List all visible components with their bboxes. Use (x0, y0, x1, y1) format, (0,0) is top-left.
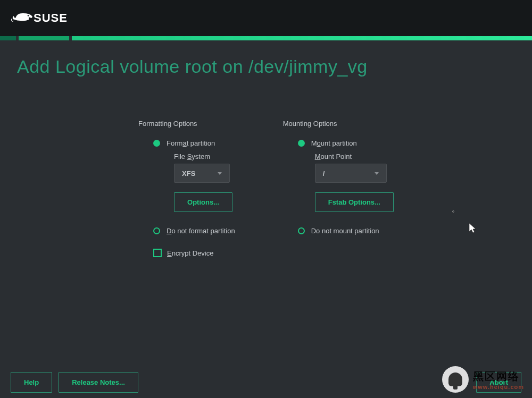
file-system-dropdown[interactable]: XFS (174, 164, 230, 183)
watermark-logo-icon (442, 366, 469, 393)
checkbox-icon (153, 249, 162, 257)
footer-left: Help Release Notes... (11, 372, 138, 393)
main-content: Add Logical volume root on /dev/jimmy_vg… (0, 40, 532, 268)
radio-unselected-icon (153, 227, 160, 234)
format-partition-label: Format partition (167, 139, 215, 147)
suse-logo: SUSE (11, 10, 68, 26)
radio-mount-partition[interactable]: Mount partition (298, 139, 357, 147)
mount-partition-label: Mount partition (311, 139, 357, 147)
decorative-dot (452, 210, 454, 213)
chameleon-icon (11, 10, 35, 26)
svg-point-0 (28, 15, 29, 16)
file-system-value: XFS (182, 170, 195, 177)
radio-unselected-icon (298, 227, 305, 234)
encrypt-device-label: Encrypt Device (167, 249, 213, 257)
formatting-section-label: Formatting Options (138, 120, 197, 128)
mount-point-value: / (323, 170, 325, 177)
radio-do-not-format[interactable]: Do not format partition (153, 227, 235, 235)
fstab-options-button[interactable]: Fstab Options... (315, 192, 394, 212)
page-title: Add Logical volume root on /dev/jimmy_vg (17, 56, 515, 77)
green-accent-bar (0, 36, 532, 40)
watermark-text: 黑区网络 www.heiqu.com (473, 369, 524, 390)
mounting-column: Mounting Options Mount partition Mount P… (283, 120, 394, 257)
options-container: Formatting Options Format partition File… (17, 120, 515, 257)
watermark: 黑区网络 www.heiqu.com (442, 366, 524, 393)
mount-point-dropdown[interactable]: / (315, 164, 387, 183)
mount-point-label: Mount Point (315, 153, 352, 160)
do-not-mount-label: Do not mount partition (311, 227, 379, 235)
radio-selected-icon (153, 140, 160, 147)
help-button[interactable]: Help (11, 372, 52, 393)
formatting-column: Formatting Options Format partition File… (138, 120, 235, 257)
release-notes-button[interactable]: Release Notes... (59, 372, 138, 393)
file-system-label: File System (174, 153, 210, 160)
radio-selected-icon (298, 140, 305, 147)
chevron-down-icon (218, 172, 222, 175)
format-options-button[interactable]: Options... (174, 192, 232, 212)
header: SUSE (0, 0, 532, 36)
radio-do-not-mount[interactable]: Do not mount partition (298, 227, 379, 235)
do-not-format-label: Do not format partition (167, 227, 235, 235)
mounting-section-label: Mounting Options (283, 120, 337, 128)
brand-text: SUSE (34, 11, 68, 25)
radio-format-partition[interactable]: Format partition (153, 139, 215, 147)
checkbox-encrypt-device[interactable]: Encrypt Device (153, 249, 213, 257)
chevron-down-icon (375, 172, 379, 175)
